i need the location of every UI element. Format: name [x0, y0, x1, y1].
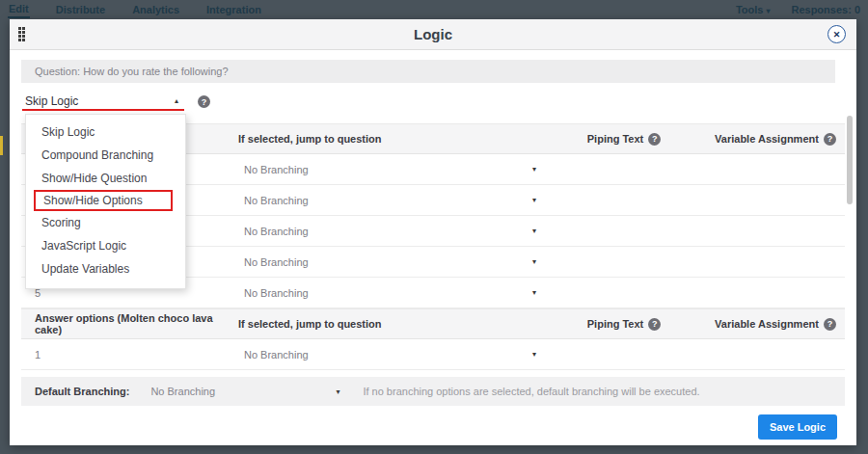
jump-select[interactable]: No Branching ▾: [244, 195, 536, 206]
column-variable-header: Variable Assignment ?: [706, 318, 845, 331]
chevron-down-icon: ▾: [336, 387, 339, 396]
menu-item-skip-logic[interactable]: Skip Logic: [26, 120, 185, 144]
logic-type-menu: Skip Logic Compound Branching Show/Hide …: [25, 114, 186, 289]
column-jump-header: If selected, jump to question: [238, 133, 542, 145]
chevron-up-icon: ▴: [175, 96, 178, 105]
jump-select[interactable]: No Branching ▾: [244, 256, 536, 268]
nav-item-distribute[interactable]: Distribute: [55, 3, 106, 17]
question-label: Question: How do you rate the following?: [21, 60, 835, 83]
responses-counter[interactable]: Responses: 0: [791, 4, 860, 15]
column-jump-header: If selected, jump to question: [238, 318, 542, 330]
nav-item-integration[interactable]: Integration: [205, 3, 262, 17]
drag-handle-icon[interactable]: [18, 27, 25, 41]
help-icon[interactable]: ?: [198, 95, 210, 108]
option-number: 1: [21, 349, 238, 361]
logic-modal: Logic ✕ Question: How do you rate the fo…: [10, 19, 856, 445]
logic-type-select[interactable]: Skip Logic ▴: [22, 93, 184, 111]
chevron-down-icon: ▾: [532, 350, 536, 359]
scrollbar-thumb[interactable]: [847, 116, 853, 204]
topbar-right: Tools▾ Responses: 0: [736, 4, 860, 15]
close-icon[interactable]: ✕: [827, 25, 846, 43]
column-variable-header: Variable Assignment ?: [706, 133, 845, 146]
jump-select[interactable]: No Branching ▾: [244, 287, 536, 299]
menu-item-update-variables[interactable]: Update Variables: [26, 257, 185, 280]
menu-item-compound-branching[interactable]: Compound Branching: [26, 144, 185, 167]
chevron-down-icon: ▾: [532, 196, 536, 204]
chevron-down-icon: ▾: [766, 7, 770, 15]
chevron-down-icon: ▾: [532, 227, 536, 235]
jump-select[interactable]: No Branching ▾: [244, 226, 536, 237]
nav-item-edit[interactable]: Edit: [8, 2, 30, 18]
default-branching-note: If no branching options are selected, de…: [363, 386, 699, 397]
help-icon[interactable]: ?: [648, 318, 661, 331]
default-branching-bar: Default Branching: No Branching ▾ If no …: [21, 377, 845, 406]
help-icon[interactable]: ?: [824, 318, 836, 331]
menu-item-javascript-logic[interactable]: JavaScript Logic: [26, 234, 185, 257]
chevron-down-icon: ▾: [532, 165, 536, 174]
chevron-down-icon: ▾: [532, 257, 536, 266]
logic-type-value: Skip Logic: [25, 94, 78, 108]
help-icon[interactable]: ?: [824, 133, 836, 146]
table-row: 1 No Branching ▾: [21, 339, 845, 370]
menu-item-scoring[interactable]: Scoring: [26, 211, 185, 234]
jump-select[interactable]: No Branching ▾: [244, 164, 536, 175]
menu-item-show-hide-options[interactable]: Show/Hide Options: [34, 190, 173, 211]
jump-select[interactable]: No Branching ▾: [244, 349, 536, 361]
help-icon[interactable]: ?: [648, 133, 661, 146]
column-piping-header: Piping Text ?: [542, 133, 706, 146]
tools-menu[interactable]: Tools▾: [736, 4, 771, 15]
modal-title: Logic: [10, 26, 856, 42]
default-branching-label: Default Branching:: [21, 386, 129, 397]
table-header-row-2: Answer options (Molten choco lava cake) …: [21, 308, 845, 339]
chevron-down-icon: ▾: [532, 288, 536, 297]
nav-item-analytics[interactable]: Analytics: [131, 3, 180, 17]
background-page-accent: [0, 136, 3, 155]
column-piping-header: Piping Text ?: [542, 318, 706, 331]
modal-header: Logic ✕: [10, 19, 856, 50]
top-menu-bar: Edit Distribute Analytics Integration To…: [0, 0, 868, 19]
menu-item-show-hide-question[interactable]: Show/Hide Question: [26, 167, 185, 190]
section2-label: Answer options (Molten choco lava cake): [21, 312, 238, 335]
save-logic-button[interactable]: Save Logic: [758, 414, 837, 440]
default-branching-select[interactable]: No Branching ▾: [150, 386, 339, 397]
